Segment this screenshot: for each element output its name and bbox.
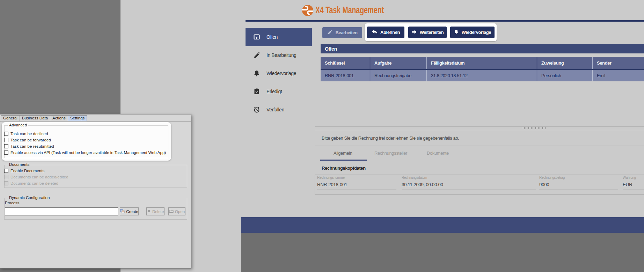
checkbox-label: Task can be declined (10, 132, 48, 136)
open-tasks-icon (253, 34, 260, 41)
advanced-group-title: Advanced (8, 123, 28, 127)
decline-button-label: Ablehnen (380, 30, 400, 35)
dialog-tabstrip-line (0, 121, 191, 122)
sidebar-item-verfallen[interactable]: Verfallen (246, 101, 312, 119)
checkbox-label: Enable access via API (Task will not be … (10, 150, 166, 155)
field-value: 9000 (539, 182, 618, 187)
splitter-line-bottom (315, 130, 644, 130)
section-title: Rechnungskopfdaten (322, 166, 366, 171)
task-settings-dialog: General Business Data Actions Settings A… (0, 114, 191, 269)
field-underline (623, 190, 644, 190)
field-rechnungsbetrag[interactable]: Rechnungsbetrag 9000 (539, 176, 618, 190)
process-label: Process (5, 201, 20, 205)
forward-arrow-icon (411, 29, 417, 36)
cell-faelligkeitsdatum: 31.8.2020 18:51:12 (427, 70, 537, 81)
cell-aufgabe: Rechnungsfreigabe (370, 70, 427, 81)
sidebar-item-label: Verfallen (266, 107, 284, 112)
field-waehrung[interactable]: Währung EUR (623, 176, 644, 190)
table-row[interactable]: RNR-2018-001 Rechnungsfreigabe 31.8.2020… (321, 69, 644, 81)
bottom-area (241, 233, 644, 272)
field-label: Rechnungsbetrag (539, 176, 618, 179)
tab-dokumente[interactable]: Dokumente (427, 150, 449, 156)
pencil-icon (327, 30, 332, 36)
checkbox-task-can-be-declined[interactable]: Task can be declined (4, 132, 48, 136)
table-header: Schlüssel Aufgabe Fälligkeitsdatum Zuwei… (321, 57, 644, 69)
sidebar-item-label: In Bearbeitung (266, 52, 296, 58)
column-header[interactable]: Aufgabe (370, 57, 427, 69)
sidebar-item-label: Erledigt (266, 89, 282, 94)
sidebar-item-label: Offen (266, 34, 278, 40)
delete-x-icon (147, 209, 151, 214)
sidebar-item-offen[interactable]: Offen (246, 28, 312, 46)
dialog-tab-actions[interactable]: Actions (50, 115, 68, 121)
delete-button-label: Delete (152, 209, 164, 214)
header-divider (246, 20, 644, 22)
checkbox-label: Documents can be added/edited (10, 175, 68, 179)
open-button: Open (168, 207, 185, 215)
field-value: RNR-2018-001 (317, 182, 396, 187)
column-header[interactable]: Sender (593, 57, 644, 69)
edit-button-label: Bearbeiten (335, 30, 357, 35)
dialog-tab-business-data[interactable]: Business Data (20, 115, 50, 121)
sidebar-item-in-bearbeitung[interactable]: In Bearbeitung (246, 46, 312, 64)
tab-rechnungssteller[interactable]: Rechnungssteller (374, 150, 407, 156)
column-header[interactable]: Schlüssel (321, 57, 370, 69)
checkbox-task-can-be-forwarded[interactable]: Task can be forwarded (4, 138, 51, 142)
resubmit-button[interactable]: Wiedervorlage (450, 27, 495, 38)
create-process-icon (120, 209, 125, 214)
field-label: Währung (623, 176, 644, 179)
field-underline (402, 190, 536, 190)
checkbox-icon[interactable] (4, 150, 8, 155)
splitter-line-top (315, 126, 644, 127)
checkbox-icon[interactable] (4, 144, 8, 148)
delete-button: Delete (146, 207, 164, 215)
decline-button[interactable]: Ablehnen (367, 27, 404, 38)
documents-group-title: Documents (8, 162, 30, 167)
dialog-tabstrip: General Business Data Actions Settings (1, 115, 87, 121)
field-value: 30.11.2009, 00:00:00 (402, 182, 536, 187)
tabbar-divider (315, 146, 644, 146)
checkbox-task-can-be-resubmitted[interactable]: Task can be resubmitted (4, 144, 54, 148)
tab-allgemein[interactable]: Allgemein (334, 150, 352, 156)
clipboard-check-icon (253, 88, 260, 95)
checkbox-icon[interactable] (4, 138, 8, 142)
field-rechnungsnummer[interactable]: Rechnungsnummer RNR-2018-001 (317, 176, 396, 190)
cell-zuweisung: Persönlich (537, 70, 593, 81)
process-input[interactable] (5, 207, 118, 215)
column-header[interactable]: Fälligkeitsdatum (427, 57, 537, 69)
checkbox-icon (4, 181, 8, 185)
checkbox-label: Task can be resubmitted (10, 144, 54, 148)
checkbox-label: Documents can be deleted (10, 181, 58, 185)
checkbox-documents-deleted: Documents can be deleted (4, 181, 58, 185)
checkbox-icon[interactable] (4, 169, 8, 173)
footer-bar (241, 217, 644, 233)
checkbox-enable-documents[interactable]: Enable Documents (4, 169, 44, 173)
cell-sender: Emil (593, 70, 644, 81)
sidebar-item-wiedervorlage[interactable]: Wiedervorlage (246, 64, 312, 82)
list-panel-title: Offen (321, 44, 644, 53)
dynamic-config-group-title: Dynamic Configuration (8, 196, 51, 200)
task-hint-message: Bitte geben Sie die Rechnung frei oder l… (322, 135, 459, 141)
sidebar-item-erledigt[interactable]: Erledigt (246, 82, 312, 101)
checkbox-icon[interactable] (4, 132, 8, 136)
x4-logo-icon (301, 4, 314, 17)
dialog-tab-settings[interactable]: Settings (68, 115, 87, 121)
checkbox-documents-added-edited: Documents can be added/edited (4, 175, 68, 179)
field-rechnungsdatum[interactable]: Rechnungsdatum 30.11.2009, 00:00:00 (402, 176, 536, 190)
field-label: Rechnungsnummer (317, 176, 396, 179)
app-title: X4 Task Management (315, 5, 384, 16)
edit-button[interactable]: Bearbeiten (322, 27, 362, 38)
bell-icon (253, 70, 260, 77)
bell-icon (454, 29, 459, 36)
splitter-handle[interactable] (523, 127, 546, 129)
create-button[interactable]: Create (120, 207, 139, 215)
active-tab-underline (320, 160, 367, 161)
field-underline (317, 190, 396, 190)
reply-arrow-icon (372, 29, 378, 36)
create-button-label: Create (126, 209, 138, 214)
dialog-tab-general[interactable]: General (1, 115, 20, 121)
forward-button[interactable]: Weiterleiten (408, 27, 447, 38)
task-management-app: X4 Task Management Hallo, Caroline Clerk… (120, 0, 644, 272)
column-header[interactable]: Zuweisung (537, 57, 593, 69)
checkbox-enable-api-access[interactable]: Enable access via API (Task will not be … (4, 150, 166, 155)
